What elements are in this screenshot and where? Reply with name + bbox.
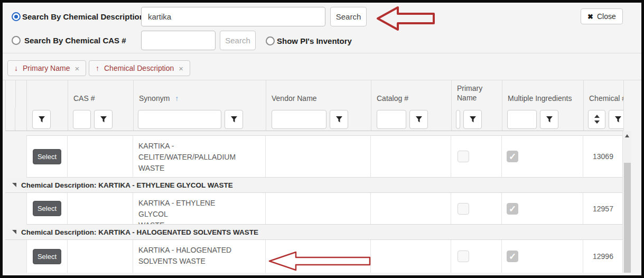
cas-cell [68,135,133,178]
search-by-cas-label: Search By Chemical CAS # [24,36,126,45]
select-cell: Select [26,240,68,273]
scrollbar-thumb[interactable] [624,163,631,273]
close-button[interactable]: ✖ Close [581,8,623,24]
filter-icon[interactable] [330,110,348,129]
sort-chip-label: Chemical Description [104,64,174,72]
primary-name-cell [451,193,502,225]
cas-cell [68,240,133,273]
column-header-synonym[interactable]: Synonym↑ [134,80,266,108]
primary-name-filter-stub[interactable] [456,110,460,129]
column-header-spacer [6,80,16,108]
cas-search-input[interactable] [141,31,216,50]
filter-cell-cas [68,108,134,131]
filter-icon[interactable] [32,110,51,129]
column-header-vendor-name[interactable]: Vendor Name [266,80,371,108]
synonym-filter-input[interactable] [138,110,221,129]
catalog-cell [371,135,451,178]
filter-icon[interactable] [540,110,558,129]
filter-cell-synonym [134,108,266,131]
cas-cell [68,193,133,225]
synonym-cell: KARTIKA - ETHYLENE GLYCOL WASTE [133,193,266,225]
filter-cell-select [27,108,68,131]
scroll-up-button[interactable] [623,131,631,140]
column-header-multiple-ingredients[interactable]: Multiple Ingredients [502,80,584,108]
spinner-down-icon[interactable] [594,121,600,124]
column-header-primary-name[interactable]: Primary Name [452,80,502,108]
search-by-description-radio[interactable] [12,12,21,21]
grid-filter-row [5,108,623,131]
primary-name-checkbox[interactable] [458,151,469,162]
filter-icon[interactable] [409,110,428,129]
synonym-cell: KARTIKA - CELITE/WATER/PALLADIUM WASTE [133,135,266,178]
multiple-ingredients-cell [502,135,583,178]
vendor-cell [266,193,371,225]
column-header-select [27,80,68,108]
sort-ascending-icon: ↑ [175,94,179,103]
primary-name-cell [451,135,502,178]
multiple-ingredients-cell [502,240,583,273]
multiple-ingredients-checkbox[interactable] [507,151,518,162]
multiple-ingredients-checkbox[interactable] [507,203,518,215]
description-search-button[interactable]: Search [330,7,367,26]
collapse-group-icon[interactable] [12,183,16,187]
group-header-row[interactable]: Chemical Description: KARTIKA - HALOGENA… [5,225,623,240]
filter-cell-chemical-number [584,108,624,131]
vertical-scrollbar[interactable] [622,131,631,273]
primary-name-checkbox[interactable] [458,251,469,262]
catalog-filter-input[interactable] [377,110,406,129]
filter-icon[interactable] [225,110,243,129]
select-button[interactable]: Select [33,201,61,216]
description-search-input[interactable] [141,7,325,26]
scroll-up-icon [625,134,629,137]
filter-cell-group [15,108,27,131]
vendor-filter-input[interactable] [272,110,326,129]
primary-name-cell [451,240,502,273]
sort-chip-chemical-description[interactable]: ↑ Chemical Description × [89,60,190,76]
sort-descending-icon: ↓ [14,64,18,72]
filter-cell-multiple-ingredients [502,108,584,131]
group-header-row[interactable]: Chemical Description: KARTIKA - ETHYLENE… [5,178,623,193]
close-button-label: Close [597,12,616,21]
red-arrow-annotation-top [376,5,436,32]
select-cell: Select [26,135,68,178]
vendor-cell [266,135,371,178]
search-panel: Search By Chemical Description Search Se… [0,0,644,53]
sort-chip-primary-name[interactable]: ↓ Primary Name × [7,60,86,76]
remove-sort-icon[interactable]: × [74,64,79,73]
filter-cell-catalog [371,108,452,131]
column-header-cas[interactable]: CAS # [68,80,134,108]
filter-cell-primary-name [452,108,502,131]
cas-search-button[interactable]: Search [220,31,256,50]
select-button[interactable]: Select [33,249,61,264]
grid-header-row: CAS # Synonym↑ Vendor Name Catalog # Pri… [5,80,623,108]
column-header-catalog[interactable]: Catalog # [371,80,452,108]
chemical-number-cell: 12957 [583,193,623,225]
table-row: Select KARTIKA - ETHYLENE GLYCOL WASTE 1… [5,193,623,225]
multiple-ingredients-checkbox[interactable] [507,251,518,262]
sort-chip-label: Primary Name [23,64,70,72]
filter-cell-vendor [266,108,371,131]
number-spinner[interactable] [588,110,605,129]
primary-name-checkbox[interactable] [458,203,469,215]
search-by-cas-radio[interactable] [12,36,21,45]
chemical-number-cell: 13069 [583,135,623,178]
sort-ascending-icon: ↑ [96,64,99,72]
select-button[interactable]: Select [33,149,61,164]
collapse-group-icon[interactable] [12,230,16,234]
filter-icon[interactable] [609,110,624,129]
close-icon: ✖ [587,13,593,21]
show-pi-inventory-radio[interactable] [266,36,275,45]
synonym-cell: KARTIKA - HALOGENATED SOLVENTS WASTE [133,240,266,273]
filter-icon[interactable] [463,110,482,129]
search-by-description-label: Search By Chemical Description [22,12,144,21]
column-header-chemical-number[interactable]: Chemical # [584,80,624,108]
catalog-cell [371,193,451,225]
cas-filter-input[interactable] [73,110,91,129]
multiple-ingredients-filter-input[interactable] [507,110,537,129]
chemical-search-window: Search By Chemical Description Search Se… [0,0,644,278]
catalog-cell [371,240,451,273]
spinner-up-icon[interactable] [594,115,600,118]
remove-sort-icon[interactable]: × [179,64,183,73]
select-cell: Select [26,193,68,225]
filter-icon[interactable] [94,110,113,129]
